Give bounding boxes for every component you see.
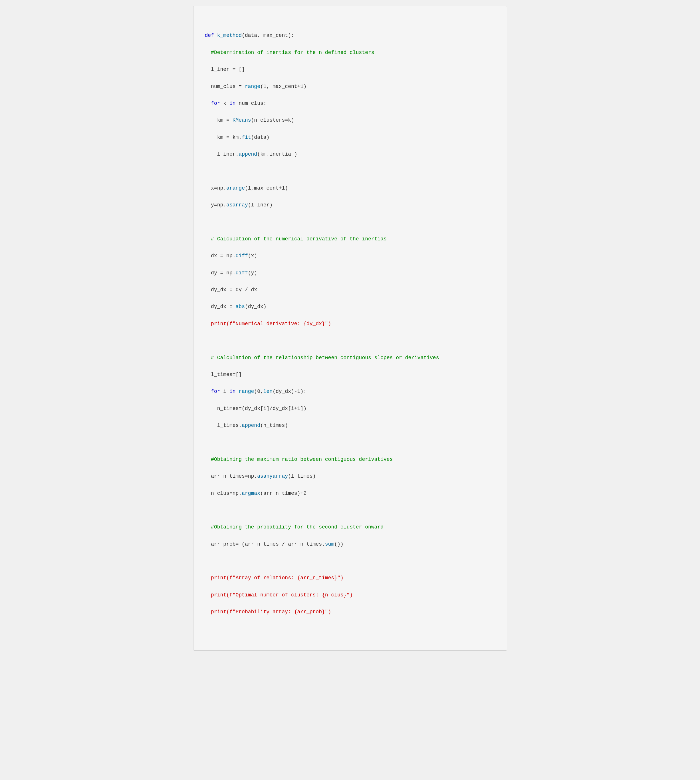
- line-25: [205, 438, 495, 447]
- line-2: #Determination of inertias for the n def…: [205, 48, 495, 57]
- line-30: #Obtaining the probability for the secon…: [205, 523, 495, 532]
- line-8: l_iner.append(km.inertia_): [205, 150, 495, 159]
- line-27: arr_n_times=np.asanyarray(l_times): [205, 472, 495, 481]
- line-3: l_iner = []: [205, 65, 495, 74]
- line-32: [205, 557, 495, 566]
- line-9: [205, 167, 495, 175]
- line-24: l_times.append(n_times): [205, 421, 495, 430]
- line-16: dy_dx = dy / dx: [205, 286, 495, 294]
- line-7: km = km.fit(data): [205, 133, 495, 142]
- line-21: l_times=[]: [205, 371, 495, 379]
- line-15: dy = np.diff(y): [205, 269, 495, 277]
- line-19: [205, 337, 495, 345]
- line-28: n_clus=np.argmax(arr_n_times)+2: [205, 489, 495, 498]
- line-22: for i in range(0,len(dy_dx)-1):: [205, 387, 495, 396]
- line-29: [205, 506, 495, 515]
- line-31: arr_prob= (arr_n_times / arr_n_times.sum…: [205, 540, 495, 549]
- line-20: # Calculation of the relationship betwee…: [205, 354, 495, 362]
- line-6: km = KMeans(n_clusters=k): [205, 116, 495, 125]
- code-editor: def k_method(data, max_cent): #Determina…: [193, 6, 507, 651]
- line-4: num_clus = range(1, max_cent+1): [205, 82, 495, 91]
- code-content: def k_method(data, max_cent): #Determina…: [205, 15, 495, 642]
- line-35: print(f"Probability array: {arr_prob}"): [205, 608, 495, 616]
- line-34: print(f"Optimal number of clusters: {n_c…: [205, 591, 495, 600]
- line-12: [205, 218, 495, 227]
- line-26: #Obtaining the maximum ratio between con…: [205, 455, 495, 464]
- line-18: print(f"Numerical derivative: {dy_dx}"): [205, 320, 495, 328]
- line-33: print(f"Array of relations: {arr_n_times…: [205, 574, 495, 583]
- line-17: dy_dx = abs(dy_dx): [205, 302, 495, 311]
- line-5: for k in num_clus:: [205, 99, 495, 108]
- line-1: def k_method(data, max_cent):: [205, 32, 495, 40]
- line-13: # Calculation of the numerical derivativ…: [205, 235, 495, 244]
- line-14: dx = np.diff(x): [205, 252, 495, 261]
- line-23: n_times=(dy_dx[i]/dy_dx[i+1]): [205, 404, 495, 413]
- line-11: y=np.asarray(l_iner): [205, 201, 495, 210]
- line-10: x=np.arange(1,max_cent+1): [205, 184, 495, 193]
